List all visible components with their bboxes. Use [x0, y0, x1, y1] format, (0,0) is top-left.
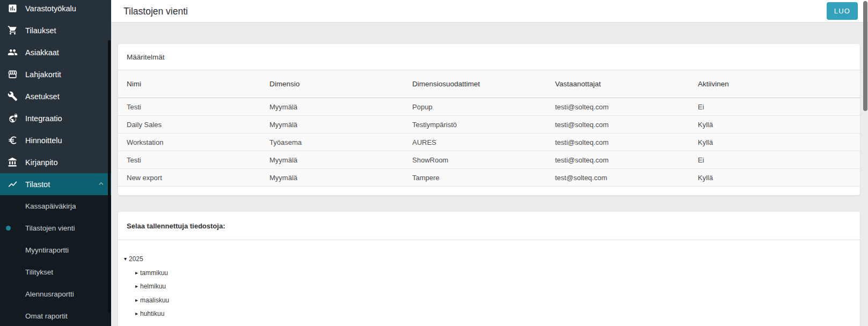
column-header-dimensiosuodattimet: Dimensiosuodattimet — [404, 80, 546, 88]
column-header-dimensio: Dimensio — [261, 80, 404, 88]
cell-dimensio: Myymälä — [261, 121, 404, 129]
main-content: Tilastojen vienti LUO Määritelmät Nimi D… — [111, 0, 868, 326]
bank-icon — [8, 157, 18, 167]
cell-dimensio: Myymälä — [261, 103, 404, 111]
table-row[interactable]: Workstation Työasema AURES testi@solteq.… — [118, 134, 860, 151]
submenu-item-kassapaivakirja[interactable]: Kassapäiväkirja — [0, 195, 111, 217]
sidebar-nav: Varastotyökalu Tilaukset Asiakkaat Lahja… — [0, 0, 111, 195]
sidebar-item-label: Varastotyökalu — [25, 4, 76, 13]
table-row[interactable]: Daily Sales Myymälä Testiympäristö testi… — [118, 116, 860, 134]
cell-vastaanottajat: testi@solteq.com — [546, 103, 689, 111]
cell-aktiivinen: Kyllä — [689, 174, 832, 182]
submenu-item-omat-raportit[interactable]: Omat raportit — [0, 305, 111, 326]
cell-dimensio: Myymälä — [261, 174, 404, 182]
column-header-vastaanottajat: Vastaanottajat — [546, 80, 689, 88]
active-item-dot — [6, 226, 11, 231]
tilastot-submenu: Kassapäiväkirja Tilastojen vienti Myynti… — [0, 195, 111, 326]
create-button[interactable]: LUO — [827, 2, 858, 20]
cell-aktiivinen: Ei — [689, 103, 832, 111]
tree-item-month[interactable]: ▸ tammikuu — [135, 266, 860, 280]
chevron-up-icon — [97, 179, 106, 190]
submenu-item-tilastojen-vienti[interactable]: Tilastojen vienti — [0, 217, 111, 239]
cell-dimensiosuodattimet: AURES — [404, 138, 546, 146]
tree-month-label: tammikuu — [140, 269, 168, 277]
cell-dimensiosuodattimet: Tampere — [404, 174, 546, 182]
tree-year-label: 2025 — [129, 255, 143, 263]
shopping-cart-icon — [8, 25, 18, 35]
tree-month-label: helmikuu — [140, 283, 166, 290]
sidebar-item-kirjanpito[interactable]: Kirjanpito — [0, 151, 111, 173]
trending-up-icon — [8, 179, 18, 189]
cell-dimensiosuodattimet: Popup — [404, 103, 546, 111]
sidebar-item-label: Asiakkaat — [25, 48, 59, 57]
triangle-right-icon: ▸ — [135, 284, 140, 289]
tree-item-year[interactable]: ▾ 2025 — [124, 252, 860, 266]
cell-aktiivinen: Ei — [689, 156, 832, 164]
sidebar-item-asiakkaat[interactable]: Asiakkaat — [0, 41, 111, 63]
table-row[interactable]: Testi Myymälä ShowRoom testi@solteq.com … — [118, 151, 860, 169]
submenu-item-label: Tilitykset — [25, 268, 53, 276]
sidebar-item-tilaukset[interactable]: Tilaukset — [0, 19, 111, 41]
definitions-title: Määritelmät — [118, 44, 860, 70]
tree-item-month[interactable]: ▸ helmikuu — [135, 280, 860, 294]
saved-files-card: Selaa tallennettuja tiedostoja: ▾ 2025 ▸… — [118, 212, 860, 326]
submenu-item-tilitykset[interactable]: Tilitykset — [0, 261, 111, 283]
cell-dimensio: Myymälä — [261, 156, 404, 164]
topbar: Tilastojen vienti LUO — [111, 0, 868, 23]
table-row[interactable]: New export Myymälä Tampere test@solteq.c… — [118, 169, 860, 187]
cell-vastaanottajat: testi@solteq.com — [546, 121, 689, 129]
tree-item-month[interactable]: ▸ maaliskuu — [135, 293, 860, 307]
cell-aktiivinen: Kyllä — [689, 121, 832, 129]
cell-nimi: New export — [118, 174, 261, 182]
tree-month-label: huhtikuu — [140, 310, 164, 317]
submenu-item-label: Tilastojen vienti — [25, 224, 75, 232]
cell-dimensiosuodattimet: ShowRoom — [404, 156, 546, 164]
sidebar-item-tilastot[interactable]: Tilastot — [0, 173, 111, 195]
page-scrollbar[interactable] — [863, 1, 867, 111]
cell-aktiivinen: Kyllä — [689, 138, 832, 146]
globe-lock-icon — [8, 113, 18, 123]
cell-dimensiosuodattimet: Testiympäristö — [404, 121, 546, 129]
people-icon — [8, 47, 18, 57]
cell-vastaanottajat: testi@solteq.com — [546, 156, 689, 164]
euro-icon — [8, 135, 18, 145]
sidebar-item-lahjakortit[interactable]: Lahjakortit — [0, 63, 111, 85]
cell-nimi: Workstation — [118, 138, 261, 146]
submenu-item-label: Myyntiraportti — [25, 246, 69, 254]
sidebar-item-asetukset[interactable]: Asetukset — [0, 85, 111, 107]
saved-files-title: Selaa tallennettuja tiedostoja: — [118, 212, 860, 240]
submenu-item-myyntiraportti[interactable]: Myyntiraportti — [0, 239, 111, 261]
table-row[interactable]: Testi Myymälä Popup testi@solteq.com Ei — [118, 98, 860, 116]
tree-month-label: maaliskuu — [140, 297, 169, 304]
column-header-aktiivinen: Aktiivinen — [689, 80, 832, 88]
cell-vastaanottajat: test@solteq.com — [546, 174, 689, 182]
submenu-item-alennusraportti[interactable]: Alennusraportti — [0, 283, 111, 305]
giftcard-icon — [8, 69, 18, 79]
submenu-item-label: Kassapäiväkirja — [25, 202, 76, 210]
sidebar-scrollbar[interactable] — [108, 40, 111, 313]
triangle-right-icon: ▸ — [135, 270, 140, 276]
sidebar-item-hinnoittelu[interactable]: Hinnoittelu — [0, 129, 111, 151]
cell-nimi: Testi — [118, 103, 261, 111]
definitions-table-header: Nimi Dimensio Dimensiosuodattimet Vastaa… — [118, 70, 860, 98]
wrench-icon — [8, 91, 18, 101]
page-title: Tilastojen vienti — [123, 0, 188, 23]
sidebar-item-label: Lahjakortit — [25, 70, 61, 79]
triangle-right-icon: ▸ — [135, 311, 140, 316]
sidebar-item-label: Asetukset — [25, 92, 60, 101]
triangle-right-icon: ▸ — [135, 298, 140, 303]
sidebar-item-label: Kirjanpito — [25, 158, 57, 167]
submenu-item-label: Alennusraportti — [25, 290, 74, 298]
sidebar-item-varastotyokalu[interactable]: Varastotyökalu — [0, 0, 111, 19]
sidebar: Varastotyökalu Tilaukset Asiakkaat Lahja… — [0, 0, 111, 326]
triangle-down-icon: ▾ — [124, 256, 129, 262]
column-header-nimi: Nimi — [118, 80, 261, 88]
bar-chart-icon — [8, 3, 18, 13]
sidebar-item-label: Tilastot — [25, 180, 50, 189]
cell-nimi: Testi — [118, 156, 261, 164]
sidebar-item-integraatio[interactable]: Integraatio — [0, 107, 111, 129]
definitions-card: Määritelmät Nimi Dimensio Dimensiosuodat… — [118, 44, 860, 195]
files-tree: ▾ 2025 ▸ tammikuu ▸ helmikuu ▸ maaliskuu… — [118, 240, 860, 321]
tree-item-month[interactable]: ▸ huhtikuu — [135, 307, 860, 321]
sidebar-item-label: Integraatio — [25, 114, 62, 123]
